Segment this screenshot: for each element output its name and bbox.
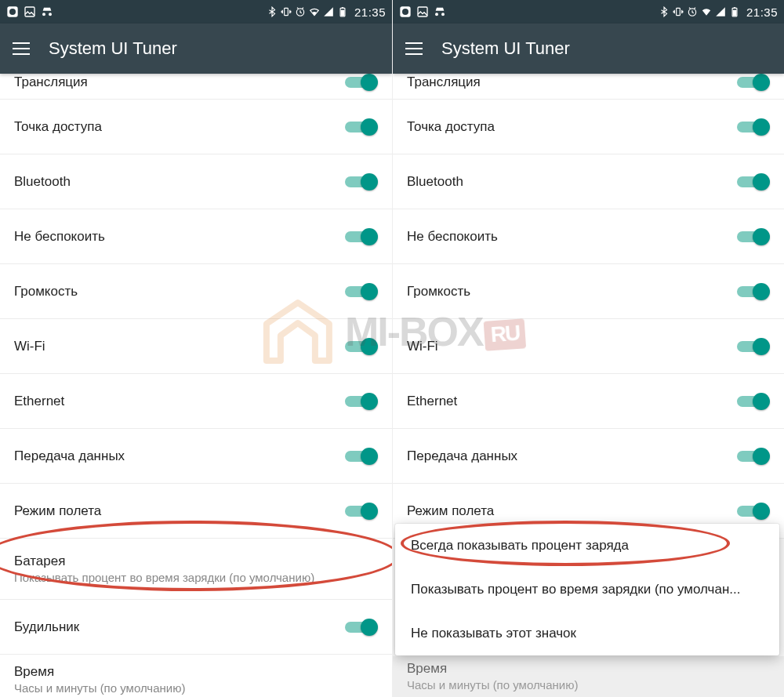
status-bar: 21:35 xyxy=(0,0,392,24)
row-label: Передача данных xyxy=(14,448,125,464)
row-label: Время xyxy=(407,661,578,677)
row-label: Трансляция xyxy=(407,74,481,90)
setting-row-dnd[interactable]: Не беспокоить xyxy=(0,209,392,264)
signal-icon xyxy=(323,6,334,17)
app-title: System UI Tuner xyxy=(441,38,570,59)
svg-rect-10 xyxy=(418,7,427,16)
toggle-switch[interactable] xyxy=(737,338,770,355)
battery-icon xyxy=(337,6,348,17)
row-label: Bluetooth xyxy=(14,174,71,190)
row-label: Передача данных xyxy=(407,448,517,464)
row-label: Громкость xyxy=(14,284,78,299)
toggle-switch[interactable] xyxy=(737,393,770,410)
row-label: Режим полета xyxy=(407,503,494,519)
svg-rect-15 xyxy=(734,7,735,8)
incognito-icon xyxy=(434,5,446,18)
menu-item-hide-icon[interactable]: Не показывать этот значок xyxy=(395,612,779,655)
menu-item-show-charging[interactable]: Показывать процент во время зарядки (по … xyxy=(395,568,779,612)
row-label: Громкость xyxy=(407,284,470,299)
app-title: System UI Tuner xyxy=(49,38,177,59)
setting-row-ethernet[interactable]: Ethernet xyxy=(0,374,392,429)
toggle-switch[interactable] xyxy=(345,448,378,465)
row-label: Точка доступа xyxy=(407,119,495,135)
toggle-switch[interactable] xyxy=(345,74,378,91)
status-time: 21:35 xyxy=(746,5,778,19)
setting-row-data[interactable]: Передача данных xyxy=(0,429,392,484)
wifi-icon xyxy=(701,6,712,17)
bluetooth-icon xyxy=(267,6,278,17)
toggle-switch[interactable] xyxy=(345,283,378,300)
battery-icon xyxy=(729,6,740,17)
row-label: Точка доступа xyxy=(14,119,102,135)
setting-row-bluetooth[interactable]: Bluetooth xyxy=(0,154,392,209)
setting-row-wifi[interactable]: Wi-Fi xyxy=(393,319,784,374)
bluetooth-icon xyxy=(659,6,670,17)
row-label: Ethernet xyxy=(407,394,457,409)
toggle-switch[interactable] xyxy=(345,118,378,136)
vibrate-icon xyxy=(673,6,684,17)
row-label: Батарея xyxy=(14,554,314,569)
app1-icon xyxy=(399,5,412,18)
setting-row-airplane[interactable]: Режим полета xyxy=(0,484,392,539)
svg-point-9 xyxy=(402,9,408,15)
setting-row-broadcast[interactable]: Трансляция xyxy=(0,74,392,100)
toggle-switch[interactable] xyxy=(345,173,378,191)
toggle-switch[interactable] xyxy=(737,228,770,245)
toggle-switch[interactable] xyxy=(345,338,378,355)
setting-row-volume[interactable]: Громкость xyxy=(393,264,784,319)
svg-rect-14 xyxy=(733,10,737,16)
wifi-icon xyxy=(309,6,320,17)
setting-row-alarm[interactable]: Будильник xyxy=(0,600,392,655)
row-label: Режим полета xyxy=(14,503,101,519)
incognito-icon xyxy=(41,5,53,18)
row-label: Время xyxy=(14,664,185,680)
row-sub: Часы и минуты (по умолчанию) xyxy=(14,681,185,695)
menu-icon[interactable] xyxy=(13,42,30,55)
toggle-switch[interactable] xyxy=(737,74,770,91)
setting-row-time-dimmed: Время Часы и минуты (по умолчанию) xyxy=(393,656,784,697)
setting-row-ethernet[interactable]: Ethernet xyxy=(393,374,784,429)
row-label: Wi-Fi xyxy=(407,339,438,354)
row-sub: Показывать процент во время зарядки (по … xyxy=(14,571,314,585)
setting-row-hotspot[interactable]: Точка доступа xyxy=(0,100,392,154)
row-label: Bluetooth xyxy=(407,174,463,190)
svg-rect-7 xyxy=(342,7,343,8)
row-label: Wi-Fi xyxy=(14,339,45,354)
row-label: Трансляция xyxy=(14,74,88,90)
setting-row-wifi[interactable]: Wi-Fi xyxy=(0,319,392,374)
settings-list: Трансляция Точка доступа Bluetooth Не бе… xyxy=(393,74,784,539)
toggle-switch[interactable] xyxy=(737,448,770,465)
toggle-switch[interactable] xyxy=(345,503,378,520)
setting-row-bluetooth[interactable]: Bluetooth xyxy=(393,154,784,209)
row-sub: Часы и минуты (по умолчанию) xyxy=(407,678,578,692)
setting-row-time[interactable]: Время Часы и минуты (по умолчанию) xyxy=(0,655,392,697)
setting-row-battery[interactable]: Батарея Показывать процент во время заря… xyxy=(0,539,392,600)
screenshot-right: 21:35 System UI Tuner Трансляция Точка д… xyxy=(392,0,784,697)
menu-item-always-show[interactable]: Всегда показывать процент заряда xyxy=(395,524,779,568)
setting-row-hotspot[interactable]: Точка доступа xyxy=(393,100,784,154)
signal-icon xyxy=(715,6,726,17)
status-bar: 21:35 xyxy=(393,0,784,24)
row-label: Не беспокоить xyxy=(407,229,498,245)
image-icon xyxy=(416,5,429,18)
toggle-switch[interactable] xyxy=(737,283,770,300)
settings-list: Трансляция Точка доступа Bluetooth Не бе… xyxy=(0,74,392,697)
toggle-switch[interactable] xyxy=(345,393,378,410)
setting-row-data[interactable]: Передача данных xyxy=(393,429,784,484)
toggle-switch[interactable] xyxy=(345,619,378,636)
svg-rect-3 xyxy=(285,8,289,15)
setting-row-volume[interactable]: Громкость xyxy=(0,264,392,319)
menu-icon[interactable] xyxy=(405,42,423,55)
row-label: Ethernet xyxy=(14,394,64,409)
setting-row-broadcast[interactable]: Трансляция xyxy=(393,74,784,100)
toggle-switch[interactable] xyxy=(737,503,770,520)
image-icon xyxy=(24,5,36,18)
battery-options-menu: Всегда показывать процент заряда Показыв… xyxy=(395,524,779,655)
setting-row-dnd[interactable]: Не беспокоить xyxy=(393,209,784,264)
svg-point-1 xyxy=(9,9,16,15)
svg-rect-2 xyxy=(25,7,34,16)
toggle-switch[interactable] xyxy=(345,228,378,245)
alarm-icon xyxy=(295,6,306,17)
toggle-switch[interactable] xyxy=(737,173,770,191)
toggle-switch[interactable] xyxy=(737,118,770,136)
